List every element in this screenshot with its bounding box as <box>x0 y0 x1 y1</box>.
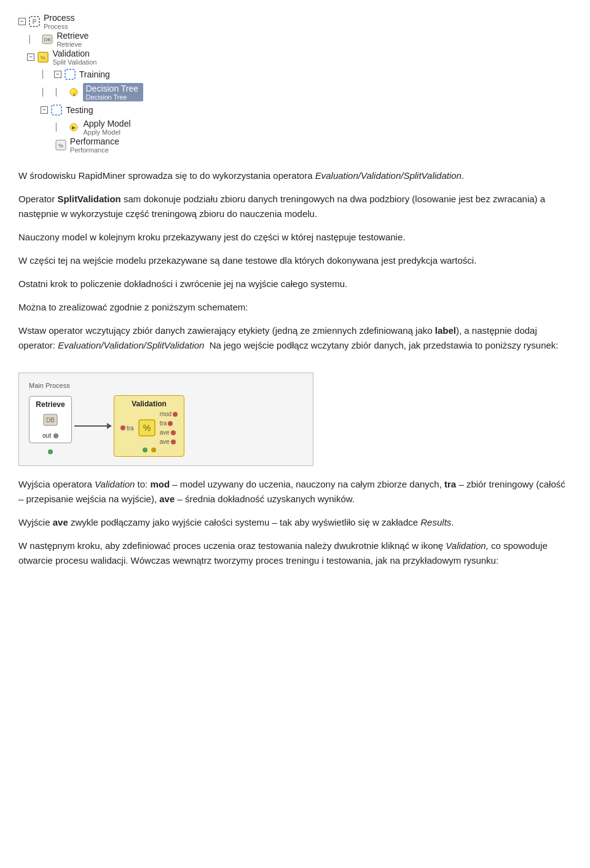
collapse-validation[interactable]: − <box>27 53 34 61</box>
svg-text:%: % <box>58 143 63 149</box>
tra-out-port: tra <box>160 420 178 427</box>
green-port <box>48 449 53 454</box>
svg-text:💡: 💡 <box>71 89 78 97</box>
paragraph-5: Ostatni krok to policzenie dokładności i… <box>18 277 572 291</box>
tra-in-port: tra <box>120 425 134 432</box>
paragraph-6: Można to zrealizować zgodnie z poniższym… <box>18 300 572 315</box>
diagram-title: Main Process <box>29 382 303 389</box>
validation-yellow-dot <box>151 448 156 452</box>
svg-text:DB: DB <box>44 37 51 42</box>
paragraph-1: W środowisku RapidMiner sprowadza się to… <box>18 168 572 183</box>
validation-icon: % <box>36 50 50 64</box>
retrieve-icon: DB <box>41 33 54 46</box>
diagram-inner: Retrieve DB out <box>29 395 303 457</box>
svg-text:▶: ▶ <box>72 125 76 130</box>
tree-node-testing: − Testing <box>18 102 572 118</box>
paragraph-9: Wyjście ave zwykle podłączamy jako wyjśc… <box>18 515 572 530</box>
tree-diagram: − P Process Process │ DB Retrieve Retrie… <box>18 13 572 154</box>
ave-port-2: ave <box>160 438 178 445</box>
svg-text:%: % <box>41 55 45 61</box>
svg-rect-9 <box>52 105 61 115</box>
paragraph-7: Wstaw operator wczytujący zbiór danych z… <box>18 323 572 353</box>
tree-node-retrieve: │ DB Retrieve Retrieve <box>18 31 572 48</box>
training-icon <box>63 68 77 81</box>
tree-node-process: − P Process Process <box>18 13 572 30</box>
paragraph-2: Operator SplitValidation sam dokonuje po… <box>18 192 572 221</box>
tree-node-training: │ − Training <box>18 66 572 82</box>
mod-port: mod <box>160 411 178 417</box>
paragraph-4: W części tej na wejście modelu przekazyw… <box>18 253 572 268</box>
left-ports: tra <box>120 425 134 432</box>
svg-text:%: % <box>143 423 150 433</box>
validation-label: Validation <box>132 400 167 408</box>
paragraph-10: W następnym kroku, aby zdefiniować proce… <box>18 539 572 568</box>
retrieve-node: Retrieve DB out <box>29 396 72 443</box>
tree-node-performance: % Performance Performance <box>18 136 572 154</box>
validation-node: Validation tra <box>114 395 184 457</box>
right-ports: mod tra ave <box>160 411 178 445</box>
svg-rect-6 <box>65 69 75 79</box>
content-area: W środowisku RapidMiner sprowadza się to… <box>18 168 572 568</box>
decision-tree-icon: 💡 <box>67 85 81 99</box>
diagram-box: Main Process Retrieve DB out <box>18 373 313 466</box>
tree-node-validation: − % Validation Split Validation <box>18 49 572 66</box>
process-icon: P <box>28 15 41 28</box>
paragraph-3: Nauczony model w kolejnym kroku przekazy… <box>18 230 572 245</box>
tree-node-apply-model: │ ▶ Apply Model Apply Model <box>18 119 572 136</box>
collapse-testing[interactable]: − <box>41 106 48 114</box>
out-port <box>53 433 58 438</box>
svg-text:DB: DB <box>46 417 55 424</box>
apply-model-icon: ▶ <box>67 120 81 134</box>
ave-port-1: ave <box>160 429 178 436</box>
svg-text:P: P <box>33 18 37 25</box>
collapse-training[interactable]: − <box>54 71 61 78</box>
collapse-process[interactable]: − <box>18 18 26 25</box>
performance-icon: % <box>54 138 68 152</box>
validation-green-dot <box>143 448 148 452</box>
connector-arrow-1 <box>74 425 111 427</box>
retrieve-label: Retrieve <box>36 400 65 409</box>
testing-icon <box>50 103 63 117</box>
paragraph-8: Wyjścia operatora Validation to: mod – m… <box>18 477 572 507</box>
tree-node-decision-tree: │ │ 💡 Decision Tree Decision Tree <box>18 83 572 101</box>
